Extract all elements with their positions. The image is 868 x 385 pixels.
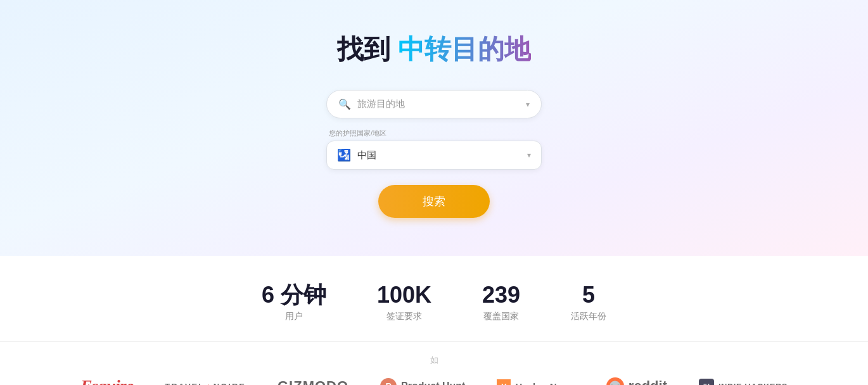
indiehackers-icon: IH <box>699 379 714 385</box>
stat-label: 用户 <box>262 311 326 322</box>
reddit-text: reddit <box>629 378 667 385</box>
indiehackers-text: INDIE HACKERS <box>718 382 788 385</box>
stat-number: 5 <box>571 281 606 308</box>
title-static: 找到 <box>337 34 390 64</box>
esquire-logo-text: Esquire <box>80 376 133 385</box>
hero-section: 找到 中转目的地 🔍 旅游目的地 ▾ 您的护照国家/地区 🛂 中国 ▾ 搜索 <box>0 0 868 256</box>
producthunt-text: Product Hunt <box>401 381 465 385</box>
hero-title: 找到 中转目的地 <box>337 32 531 67</box>
passport-label: 您的护照国家/地区 <box>326 129 542 138</box>
country-value: 中国 <box>357 149 527 161</box>
destination-search[interactable]: 🔍 旅游目的地 ▾ <box>326 90 542 118</box>
gizmodo-logo-text: GIZMODO <box>278 378 348 385</box>
stat-item: 100K签证要求 <box>377 281 431 322</box>
stat-label: 覆盖国家 <box>482 311 520 322</box>
reddit-icon: 👽 <box>606 377 624 385</box>
stat-label: 活跃年份 <box>571 311 606 322</box>
press-logo-travel-noire: TRAVEL+NOIRE <box>165 382 246 385</box>
stat-item: 5活跃年份 <box>571 281 606 322</box>
passport-icon: 🛂 <box>337 148 351 162</box>
passport-chevron-icon: ▾ <box>527 151 531 160</box>
stats-section: 6 分钟用户100K签证要求239覆盖国家5活跃年份 <box>0 256 868 341</box>
search-container: 🔍 旅游目的地 ▾ 您的护照国家/地区 🛂 中国 ▾ 搜索 <box>326 90 542 218</box>
stat-number: 239 <box>482 281 520 308</box>
press-label: 如 <box>430 355 438 366</box>
press-logo-reddit: 👽 reddit <box>606 377 667 385</box>
press-logos-container: Esquire TRAVEL+NOIRE GIZMODO P Product H… <box>80 376 788 385</box>
hackernews-icon: Y <box>497 379 511 385</box>
hackernews-text: Hacker News <box>515 381 574 385</box>
stat-item: 6 分钟用户 <box>262 281 326 322</box>
stat-item: 239覆盖国家 <box>482 281 520 322</box>
stat-number: 100K <box>377 281 431 308</box>
title-highlight: 中转目的地 <box>398 34 531 64</box>
search-button[interactable]: 搜索 <box>378 185 490 218</box>
stat-label: 签证要求 <box>377 311 431 322</box>
producthunt-icon: P <box>380 378 397 385</box>
travel-noire-logo-text: TRAVEL+NOIRE <box>165 382 246 385</box>
search-placeholder: 旅游目的地 <box>357 98 526 110</box>
passport-container: 您的护照国家/地区 🛂 中国 ▾ <box>326 129 542 170</box>
press-section: 如 Esquire TRAVEL+NOIRE GIZMODO P Product… <box>0 341 868 385</box>
search-icon: 🔍 <box>338 98 351 110</box>
press-logo-producthunt: P Product Hunt <box>380 378 465 385</box>
press-logo-hackernews: Y Hacker News <box>497 379 574 385</box>
press-logo-gizmodo: GIZMODO <box>278 378 348 385</box>
press-logo-esquire: Esquire <box>80 376 133 385</box>
stat-number: 6 分钟 <box>262 281 326 308</box>
press-logo-indiehackers: IH INDIE HACKERS <box>699 379 788 385</box>
passport-dropdown[interactable]: 🛂 中国 ▾ <box>326 141 542 170</box>
chevron-down-icon: ▾ <box>526 100 530 109</box>
